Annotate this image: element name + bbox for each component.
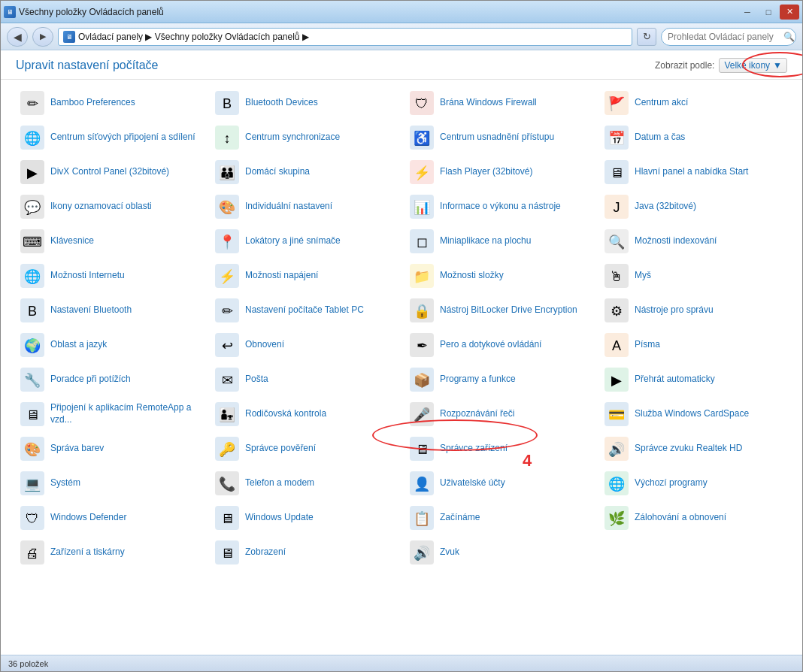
item-label-prehrat-automaticky: Přehrát automaticky (635, 374, 715, 386)
control-item-oblast-jazyk[interactable]: 🌍 Oblast a jazyk (16, 329, 203, 361)
control-item-miniaplikace[interactable]: ◻ Miniaplikace na plochu (405, 226, 592, 257)
control-item-nastaveni-bluetooth[interactable]: B Nastavení Bluetooth (16, 295, 203, 326)
item-label-rodicovska-kontrola: Rodičovská kontrola (245, 408, 326, 420)
svg-text:✉: ✉ (222, 373, 233, 388)
control-item-centrum-akci[interactable]: 🚩 Centrum akcí (600, 87, 787, 119)
control-item-hlavni-panel[interactable]: 🖥 Hlavní panel a nabídka Start (600, 156, 787, 188)
control-item-uzivatelske-ucty[interactable]: 👤 Uživatelské účty (405, 468, 592, 499)
item-icon-nastroj-bitlocker: 🔒 (410, 298, 434, 322)
control-item-datum-cas[interactable]: 📅 Datum a čas (600, 122, 787, 153)
control-item-pisma[interactable]: A Písma (600, 329, 787, 361)
control-item-sluzba-windows-cardspace[interactable]: 💳 Služba Windows CardSpace (600, 398, 787, 430)
control-item-java[interactable]: J Java (32bitové) (600, 191, 787, 222)
control-item-moznosti-slozky[interactable]: 📁 Možnosti složky (405, 260, 592, 292)
search-field[interactable]: 🔍 (661, 28, 796, 46)
control-item-windows-defender[interactable]: 🛡 Windows Defender (16, 502, 203, 534)
control-item-individualni-nastaveni[interactable]: 🎨 Individuální nastavení (211, 191, 398, 222)
item-label-lokatory: Lokátory a jiné snímače (245, 235, 341, 247)
item-icon-obnoveni: ↩ (215, 333, 239, 357)
control-item-spravce-povereni[interactable]: 🔑 Správce pověření (211, 433, 398, 465)
control-item-divx-control-panel[interactable]: ▶ DivX Control Panel (32bitové) (16, 156, 203, 188)
item-icon-moznosti-indexovani: 🔍 (605, 229, 629, 253)
item-label-nastaveni-pocitace-tablet: Nastavení počítače Tablet PC (245, 304, 364, 316)
item-label-zvuk: Zvuk (440, 546, 459, 558)
control-item-pero-dotykove[interactable]: ✒ Pero a dotykové ovládání (405, 329, 592, 361)
view-value: Velké ikony (724, 60, 770, 71)
item-icon-datum-cas: 📅 (605, 126, 629, 150)
item-icon-ikony-oznamovaci: 💬 (20, 195, 44, 219)
control-item-windows-update[interactable]: 🖥 Windows Update (211, 502, 398, 534)
control-item-zarizeni-tiskarny[interactable]: 🖨 Zařízení a tiskárny (16, 537, 203, 568)
search-input[interactable] (668, 32, 780, 42)
control-item-lokatory[interactable]: 📍 Lokátory a jiné snímače (211, 226, 398, 257)
control-item-zobrazeni[interactable]: 🖥 Zobrazení (211, 537, 398, 568)
control-item-rodicovska-kontrola[interactable]: 👨‍👧 Rodičovská kontrola (211, 398, 398, 430)
control-item-obnoveni[interactable]: ↩ Obnovení (211, 329, 398, 361)
control-item-nastaveni-pocitace-tablet[interactable]: ✏ Nastavení počítače Tablet PC (211, 295, 398, 326)
control-item-bamboo-preferences[interactable]: ✏ Bamboo Preferences (16, 87, 203, 119)
control-item-nastroje-pro-spravu[interactable]: ⚙ Nástroje pro správu (600, 295, 787, 326)
item-label-java: Java (32bitové) (635, 201, 696, 213)
svg-text:👪: 👪 (219, 165, 236, 181)
minimize-button[interactable]: ─ (738, 5, 757, 20)
content-area: Upravit nastavení počítače Zobrazit podl… (1, 50, 802, 655)
svg-text:🌐: 🌐 (608, 476, 626, 492)
control-item-pripojeni-remoteapp[interactable]: 🖥 Připojení k aplikacím RemoteApp a vzd.… (16, 398, 203, 430)
control-item-ikony-oznamovaci[interactable]: 💬 Ikony oznamovací oblasti (16, 191, 203, 222)
control-item-bluetooth-devices[interactable]: B Bluetooth Devices (211, 87, 398, 119)
control-item-telefon-modem[interactable]: 📞 Telefon a modem (211, 468, 398, 499)
item-icon-hlavni-panel: 🖥 (605, 160, 629, 184)
control-item-poradce-potizich[interactable]: 🔧 Poradce při potížích (16, 364, 203, 395)
item-label-pisma: Písma (635, 339, 660, 351)
refresh-button[interactable]: ↻ (637, 28, 656, 46)
control-item-zalohování-obnoveni[interactable]: 🌿 Zálohování a obnovení (600, 502, 787, 534)
svg-text:🖥: 🖥 (220, 511, 234, 526)
svg-text:📊: 📊 (414, 199, 431, 216)
item-icon-pripojeni-remoteapp: 🖥 (20, 402, 44, 426)
control-item-vychozi-programy[interactable]: 🌐 Výchozí programy (600, 468, 787, 499)
maximize-button[interactable]: □ (759, 5, 778, 20)
control-item-rozpoznavani-reci[interactable]: 🎤 Rozpoznávání řeči (405, 398, 592, 430)
item-label-spravce-povereni: Správce pověření (245, 443, 316, 455)
forward-button[interactable]: ▶ (32, 27, 53, 47)
control-item-spravce-zarizeni[interactable]: 🖥 Správce zařízení (405, 433, 592, 465)
svg-text:⌨: ⌨ (23, 235, 42, 250)
control-item-flash-player[interactable]: ⚡ Flash Player (32bitové) (405, 156, 592, 188)
svg-text:💻: 💻 (24, 476, 41, 492)
control-item-moznosti-indexovani[interactable]: 🔍 Možnosti indexování (600, 226, 787, 257)
control-item-mys[interactable]: 🖱 Myš (600, 260, 787, 292)
control-item-spravce-zvuku-realtek[interactable]: 🔊 Správce zvuku Realtek HD (600, 433, 787, 465)
control-item-moznosti-internetu[interactable]: 🌐 Možnosti Internetu (16, 260, 203, 292)
back-button[interactable]: ◀ (7, 27, 28, 47)
item-icon-flash-player: ⚡ (410, 160, 434, 184)
control-item-moznosti-napajeni[interactable]: ⚡ Možnosti napájení (211, 260, 398, 292)
svg-text:🔧: 🔧 (24, 372, 41, 389)
control-item-centrum-usnadneni[interactable]: ♿ Centrum usnadnění přístupu (405, 122, 592, 153)
svg-text:⚡: ⚡ (219, 268, 236, 285)
view-label: Zobrazit podle: (655, 60, 714, 71)
control-item-prehrat-automaticky[interactable]: ▶ Přehrát automaticky (600, 364, 787, 395)
svg-text:🎨: 🎨 (24, 441, 41, 458)
control-item-zvuk[interactable]: 🔊 Zvuk (405, 537, 592, 568)
control-item-sprava-barev[interactable]: 🎨 Správa barev (16, 433, 203, 465)
control-item-nastroj-bitlocker[interactable]: 🔒 Nástroj BitLocker Drive Encryption (405, 295, 592, 326)
control-item-brana-windows-firewall[interactable]: 🛡 Brána Windows Firewall (405, 87, 592, 119)
close-button[interactable]: ✕ (780, 5, 799, 20)
control-item-zaciname[interactable]: 📋 Začínáme (405, 502, 592, 534)
control-item-informace-vykonu[interactable]: 📊 Informace o výkonu a nástroje (405, 191, 592, 222)
address-field[interactable]: 🖥 Ovládací panely ▶ Všechny položky Ovlá… (58, 28, 632, 46)
search-icon[interactable]: 🔍 (783, 32, 795, 42)
control-item-programy-funkce[interactable]: 📦 Programy a funkce (405, 364, 592, 395)
svg-text:✒: ✒ (417, 338, 428, 353)
control-item-posta[interactable]: ✉ Pošta (211, 364, 398, 395)
control-item-centrum-sitovych[interactable]: 🌐 Centrum síťových připojení a sdílení (16, 122, 203, 153)
control-item-system[interactable]: 💻 Systém (16, 468, 203, 499)
view-dropdown[interactable]: Velké ikony ▼ (719, 58, 787, 73)
item-label-centrum-usnadneni: Centrum usnadnění přístupu (440, 132, 554, 144)
statusbar-text: 36 položek (8, 659, 48, 668)
control-item-centrum-synchronizace[interactable]: ↕ Centrum synchronizace (211, 122, 398, 153)
item-label-klavesnice: Klávesnice (50, 235, 94, 247)
item-label-bluetooth-devices: Bluetooth Devices (245, 97, 318, 109)
control-item-domaci-skupina[interactable]: 👪 Domácí skupina (211, 156, 398, 188)
control-item-klavesnice[interactable]: ⌨ Klávesnice (16, 226, 203, 257)
